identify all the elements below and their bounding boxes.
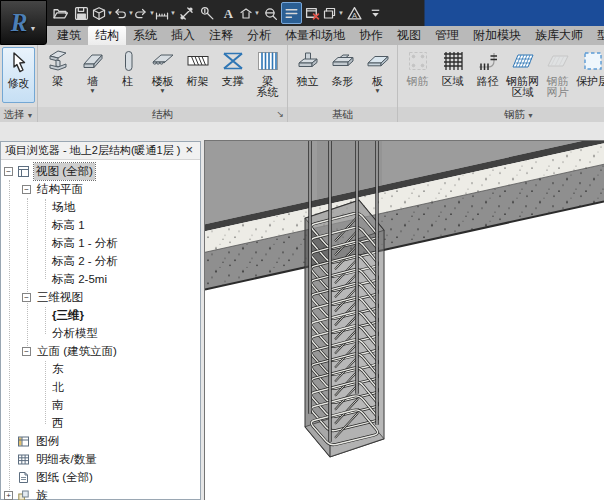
tree-item-level-1-analysis[interactable]: 标高 1 - 分析 <box>1 234 200 252</box>
ribbon-panel-label-structure[interactable]: 结构↘ <box>38 107 287 122</box>
ribbon-button-label: 区域 <box>442 76 464 87</box>
ribbon-panel-label-reinforcement[interactable]: 钢筋 ▼ <box>398 107 604 122</box>
tab-clipped-tab[interactable]: 型免 <box>590 26 604 45</box>
tree-item-west[interactable]: 西 <box>1 414 200 432</box>
tree-item-3d-views[interactable]: −三维视图 <box>1 288 200 306</box>
3d-view-canvas[interactable] <box>204 140 604 500</box>
tab-family-library-master[interactable]: 族库大师 <box>528 26 590 45</box>
chevron-down-icon: ▼ <box>29 25 36 32</box>
ribbon-button-isolated[interactable]: 独立 <box>290 46 325 106</box>
tree-item-label: 北 <box>50 379 66 396</box>
tab-architecture[interactable]: 建筑 <box>50 26 88 45</box>
project-browser-title-bar[interactable]: 项目浏览器 - 地上2层结构(暖通1层 ) × <box>1 142 200 160</box>
ribbon-button-label: 梁 <box>52 76 63 87</box>
undo-icon[interactable]: ▼ <box>113 2 134 24</box>
default-3d-view-icon[interactable]: ▼ <box>92 2 113 24</box>
ribbon-button-area[interactable]: 区域 <box>435 46 470 106</box>
tree-item-elevations[interactable]: −立面 (建筑立面) <box>1 342 200 360</box>
open-icon[interactable] <box>50 2 71 24</box>
tree-item-level-2-5mi[interactable]: 标高 2-5mi <box>1 270 200 288</box>
tree-item-level-1[interactable]: 标高 1 <box>1 216 200 234</box>
collapse-icon[interactable]: − <box>22 293 31 302</box>
dialog-launcher-icon[interactable]: ↘ <box>276 108 284 121</box>
tree-item-sheets-all[interactable]: 图纸 (全部) <box>1 468 200 486</box>
tab-massing-site[interactable]: 体量和场地 <box>278 26 352 45</box>
tab-insert[interactable]: 插入 <box>164 26 202 45</box>
ribbon-button-brace[interactable]: 支撑 <box>215 46 250 106</box>
project-browser-title: 项目浏览器 - 地上2层结构(暖通1层 ) <box>5 142 180 159</box>
family-types-icon[interactable]: A <box>344 2 365 24</box>
tree-item-views-all[interactable]: −视图 (全部) <box>1 162 200 180</box>
tab-structure[interactable]: 结构 <box>88 26 126 45</box>
quick-access-toolbar: ▼▼▼▼A▼▼A <box>50 1 386 25</box>
tab-view[interactable]: 视图 <box>390 26 428 45</box>
thin-lines-icon[interactable] <box>281 2 302 24</box>
close-hidden-windows-icon[interactable] <box>302 2 323 24</box>
ribbon-button-label: 保护层 <box>576 76 604 87</box>
chevron-down-icon: ▼ <box>89 88 95 94</box>
wall-icon <box>80 48 106 74</box>
tree-item-structural-plans[interactable]: −结构平面 <box>1 180 200 198</box>
ribbon-button-slab[interactable]: 板▼ <box>360 46 395 106</box>
chevron-down-icon: ▼ <box>25 112 34 119</box>
ribbon-panel-label-select[interactable]: 选择 ▼ <box>0 107 37 122</box>
tree-item-label: 明细表/数量 <box>34 451 99 468</box>
expand-icon[interactable]: + <box>4 491 13 500</box>
switch-windows-icon[interactable]: ▼ <box>323 2 344 24</box>
beam-icon <box>45 48 71 74</box>
tree-item-label: 图例 <box>34 433 61 450</box>
tab-collaborate[interactable]: 协作 <box>352 26 390 45</box>
section-icon[interactable] <box>260 2 281 24</box>
tag-icon[interactable] <box>197 2 218 24</box>
collapse-icon[interactable]: − <box>22 185 31 194</box>
collapse-icon[interactable]: − <box>22 347 31 356</box>
ribbon-button-modify[interactable]: 修改 <box>2 47 35 103</box>
ribbon-button-path[interactable]: 路径 <box>470 46 505 106</box>
text-icon[interactable]: A <box>218 2 239 24</box>
ribbon-button-beam-system[interactable]: 梁 系统 <box>250 46 285 106</box>
tree-item-east[interactable]: 东 <box>1 360 200 378</box>
project-browser-tree: −视图 (全部)−结构平面场地标高 1标高 1 - 分析标高 2 - 分析标高 … <box>1 160 200 500</box>
tab-add-ins[interactable]: 附加模块 <box>466 26 528 45</box>
title-bar: ▼▼▼▼A▼▼A <box>0 0 604 26</box>
save-icon[interactable] <box>71 2 92 24</box>
tree-item-label: 图纸 (全部) <box>34 469 95 486</box>
ribbon-button-cover[interactable]: 保护层 <box>575 46 604 106</box>
tab-manage[interactable]: 管理 <box>428 26 466 45</box>
ribbon-button-beam[interactable]: 梁 <box>40 46 75 106</box>
tree-item-level-2-analysis[interactable]: 标高 2 - 分析 <box>1 252 200 270</box>
tree-item-families[interactable]: +族 <box>1 486 200 500</box>
tree-item-label: 分析模型 <box>50 325 100 342</box>
ribbon-button-fabric-sheet[interactable]: 钢筋 网片 <box>540 46 575 106</box>
ribbon-button-wall[interactable]: 墙▼ <box>75 46 110 106</box>
ribbon-button-truss[interactable]: 桁架 <box>180 46 215 106</box>
tree-item-3d[interactable]: {三维} <box>1 306 200 324</box>
tree-item-site[interactable]: 场地 <box>1 198 200 216</box>
tree-item-schedules-quantities[interactable]: 明细表/数量 <box>1 450 200 468</box>
close-icon[interactable]: × <box>182 142 196 159</box>
ribbon-button-fabric-area[interactable]: 钢筋网 区域 <box>505 46 540 106</box>
application-menu-button[interactable]: R ▼ <box>0 0 47 45</box>
tree-item-north[interactable]: 北 <box>1 378 200 396</box>
customize-qat-icon[interactable] <box>365 2 386 24</box>
tab-systems[interactable]: 系统 <box>126 26 164 45</box>
ribbon-button-floor[interactable]: 楼板▼ <box>145 46 180 106</box>
ribbon-button-strip[interactable]: 条形 <box>325 46 360 106</box>
home-view-icon[interactable]: ▼ <box>239 2 260 24</box>
tab-analyze[interactable]: 分析 <box>240 26 278 45</box>
tree-item-label: 南 <box>50 397 66 414</box>
sheet-icon <box>17 471 30 484</box>
tree-item-south[interactable]: 南 <box>1 396 200 414</box>
rebar-icon <box>405 48 431 74</box>
redo-icon[interactable]: ▼ <box>134 2 155 24</box>
tree-item-analytical-model[interactable]: 分析模型 <box>1 324 200 342</box>
tree-item-legends[interactable]: 图例 <box>1 432 200 450</box>
tree-item-label: 结构平面 <box>35 181 85 198</box>
tree-item-label: 三维视图 <box>35 289 85 306</box>
measure-icon[interactable]: ▼ <box>155 2 176 24</box>
ribbon-button-column[interactable]: 柱 <box>110 46 145 106</box>
tab-annotate[interactable]: 注释 <box>202 26 240 45</box>
aligned-dimension-icon[interactable] <box>176 2 197 24</box>
collapse-icon[interactable]: − <box>4 167 13 176</box>
ribbon-button-rebar[interactable]: 钢筋 <box>400 46 435 106</box>
